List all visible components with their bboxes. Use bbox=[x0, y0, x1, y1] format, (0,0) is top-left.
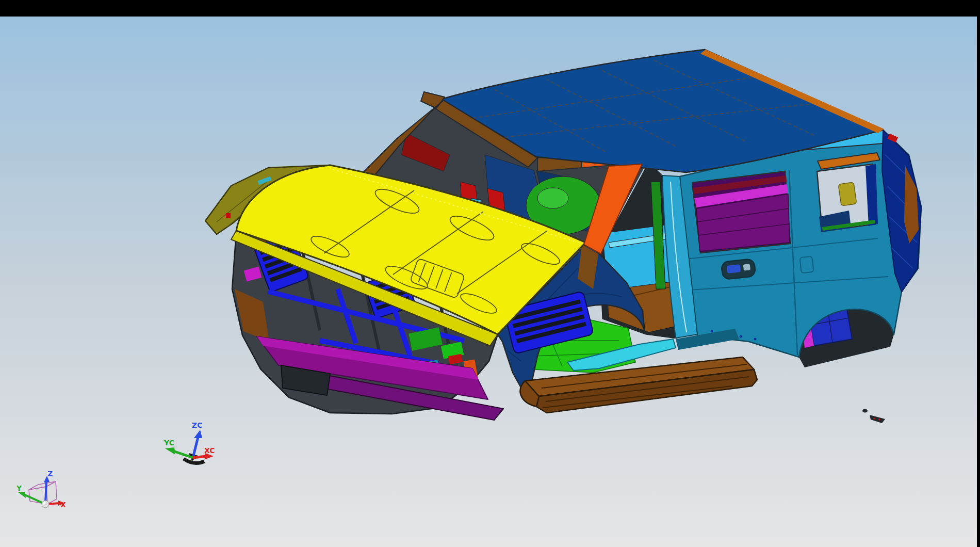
right-black-bar bbox=[977, 0, 980, 547]
wcs-z-label: ZC bbox=[192, 421, 202, 429]
fuel-door bbox=[799, 256, 813, 273]
quarter-window bbox=[817, 164, 878, 232]
door-handle bbox=[721, 259, 756, 280]
datum-y-label: Y bbox=[16, 484, 22, 492]
top-black-bar bbox=[0, 0, 980, 17]
3d-viewport[interactable]: ZC YC XC Z bbox=[0, 17, 977, 547]
application-window: ZC YC XC Z bbox=[0, 0, 980, 547]
datum-z-label: Z bbox=[47, 470, 53, 478]
window-olive-bracket bbox=[838, 182, 857, 206]
wcs-y-label: YC bbox=[164, 439, 174, 447]
datum-x-label: X bbox=[60, 501, 66, 509]
seat-dome-highlight bbox=[537, 188, 568, 208]
datum-origin-ball bbox=[42, 501, 49, 508]
fender-red-bit bbox=[226, 213, 231, 218]
rear-door-window bbox=[692, 171, 790, 253]
wcs-x-label: XC bbox=[204, 446, 215, 455]
